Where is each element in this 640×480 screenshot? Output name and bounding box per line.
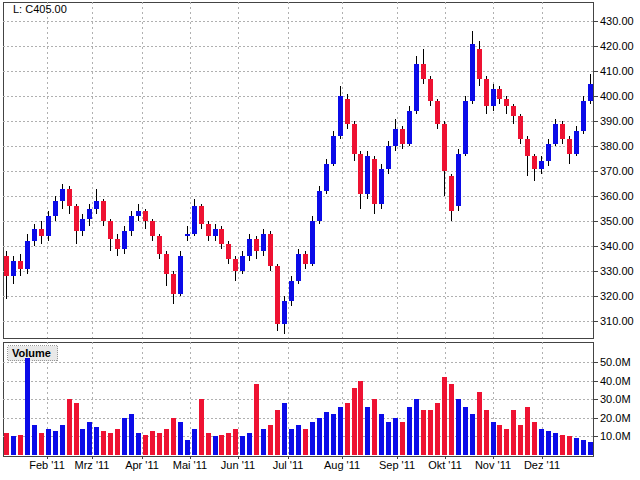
candle (80, 214, 85, 237)
volume-bar (477, 392, 482, 455)
volume-bar (32, 425, 37, 455)
candle (331, 131, 336, 166)
candle (581, 96, 586, 134)
candle (46, 211, 51, 241)
candle (449, 174, 454, 222)
volume-bar (574, 438, 579, 455)
candle (588, 74, 593, 104)
candle (171, 271, 176, 304)
candle (546, 139, 551, 167)
volume-bar (525, 407, 530, 455)
volume-bar (122, 418, 127, 455)
volume-bar (4, 433, 9, 455)
candle (94, 189, 99, 214)
candle (254, 236, 259, 259)
volume-bar (192, 429, 197, 455)
volume-axis: 50.0M40.0M30.0M20.0M10.0M (593, 356, 631, 442)
candle (157, 234, 162, 259)
price-tick-label: 430.00 (600, 15, 634, 27)
candle (129, 211, 134, 236)
candle (289, 276, 294, 306)
candle (435, 99, 440, 129)
volume-bar (331, 414, 336, 455)
volume-bar (400, 422, 405, 455)
volume-bar (53, 431, 58, 455)
month-tick-label: Apr '11 (125, 459, 159, 471)
volume-tick-label: 40.0M (600, 375, 631, 387)
volume-bar (470, 414, 475, 455)
candle (39, 221, 44, 244)
volume-bar (442, 377, 447, 455)
volume-bar (199, 399, 204, 455)
candle (428, 76, 433, 106)
month-tick-label: Mai '11 (173, 459, 207, 471)
month-tick-label: Aug '11 (324, 459, 360, 471)
volume-bar (449, 384, 454, 455)
candle (143, 209, 148, 229)
volume-bar (379, 414, 384, 455)
volume-bar (46, 429, 51, 455)
candle (136, 204, 141, 222)
candle (497, 86, 502, 104)
volume-bar (157, 433, 162, 455)
price-tick-label: 360.00 (600, 190, 634, 202)
month-tick-label: Nov '11 (475, 459, 511, 471)
candle (574, 126, 579, 156)
volume-bar (352, 388, 357, 455)
candle (261, 229, 266, 257)
volume-bar (338, 407, 343, 455)
volume-bar (39, 433, 44, 455)
volume-bar (414, 399, 419, 455)
price-tick-label: 380.00 (600, 140, 634, 152)
candle (477, 41, 482, 86)
price-tick-label: 350.00 (600, 215, 634, 227)
candle (268, 231, 273, 271)
volume-bar (150, 431, 155, 455)
candle (60, 184, 65, 209)
volume-bar (407, 407, 412, 455)
candle (303, 251, 308, 269)
candle (192, 199, 197, 237)
volume-bar (317, 418, 322, 455)
volume-bar (491, 422, 496, 455)
candle (18, 254, 23, 277)
candle (206, 221, 211, 241)
volume-bar (268, 425, 273, 455)
candle (233, 256, 238, 281)
candle (407, 106, 412, 146)
candle (470, 31, 475, 104)
volume-bar (94, 427, 99, 455)
volume-bar (254, 384, 259, 455)
volume-bar (171, 418, 176, 455)
candle (4, 251, 9, 299)
candle (518, 114, 523, 144)
candle (525, 136, 530, 176)
candle (504, 96, 509, 114)
volume-bar (539, 429, 544, 455)
volume-bar (282, 403, 287, 455)
volume-bar (261, 429, 266, 455)
candle (456, 149, 461, 212)
volume-bar (358, 381, 363, 455)
candle (32, 224, 37, 247)
volume-bar (428, 410, 433, 455)
volume-bar (206, 433, 211, 455)
candle (247, 234, 252, 262)
volume-bar (511, 410, 516, 455)
candle (421, 49, 426, 84)
price-tick-label: 340.00 (600, 240, 634, 252)
month-tick-label: Jun '11 (221, 459, 255, 471)
volume-bar (393, 418, 398, 455)
month-tick-label: Okt '11 (428, 459, 462, 471)
volume-tick-label: 20.0M (600, 412, 631, 424)
candle (226, 241, 231, 264)
volume-bar (532, 422, 537, 455)
candle (442, 121, 447, 196)
candle (213, 224, 218, 242)
volume-bar (560, 435, 565, 455)
gridlines (3, 2, 593, 456)
volume-bar (435, 403, 440, 455)
volume-bar (115, 429, 120, 455)
candle (365, 151, 370, 199)
volume-bar (129, 414, 134, 455)
